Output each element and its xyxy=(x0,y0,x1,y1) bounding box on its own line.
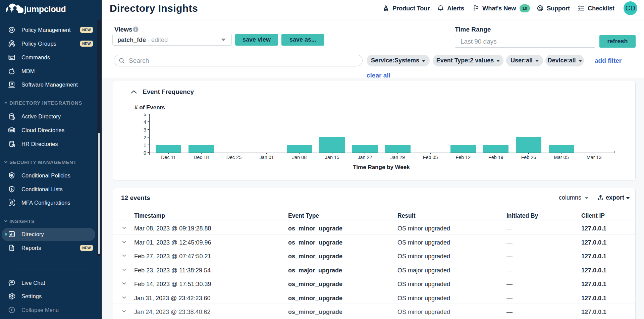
svg-text:jumpcloud: jumpcloud xyxy=(24,4,66,14)
